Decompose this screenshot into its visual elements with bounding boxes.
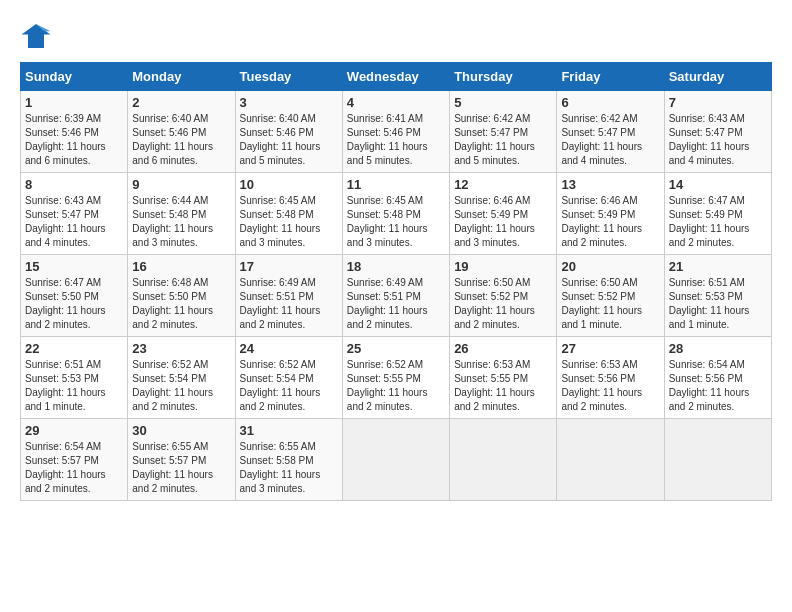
day-cell-10: 10Sunrise: 6:45 AMSunset: 5:48 PMDayligh… [235, 173, 342, 255]
day-info: Sunrise: 6:42 AMSunset: 5:47 PMDaylight:… [454, 112, 552, 168]
logo-icon [20, 20, 52, 52]
empty-cell [342, 419, 449, 501]
day-cell-23: 23Sunrise: 6:52 AMSunset: 5:54 PMDayligh… [128, 337, 235, 419]
day-cell-5: 5Sunrise: 6:42 AMSunset: 5:47 PMDaylight… [450, 91, 557, 173]
day-number: 16 [132, 259, 230, 274]
day-info: Sunrise: 6:53 AMSunset: 5:55 PMDaylight:… [454, 358, 552, 414]
day-number: 26 [454, 341, 552, 356]
day-number: 4 [347, 95, 445, 110]
day-cell-14: 14Sunrise: 6:47 AMSunset: 5:49 PMDayligh… [664, 173, 771, 255]
day-number: 12 [454, 177, 552, 192]
day-number: 2 [132, 95, 230, 110]
empty-cell [664, 419, 771, 501]
day-cell-18: 18Sunrise: 6:49 AMSunset: 5:51 PMDayligh… [342, 255, 449, 337]
day-cell-9: 9Sunrise: 6:44 AMSunset: 5:48 PMDaylight… [128, 173, 235, 255]
day-cell-3: 3Sunrise: 6:40 AMSunset: 5:46 PMDaylight… [235, 91, 342, 173]
day-cell-17: 17Sunrise: 6:49 AMSunset: 5:51 PMDayligh… [235, 255, 342, 337]
day-cell-2: 2Sunrise: 6:40 AMSunset: 5:46 PMDaylight… [128, 91, 235, 173]
day-number: 17 [240, 259, 338, 274]
day-info: Sunrise: 6:39 AMSunset: 5:46 PMDaylight:… [25, 112, 123, 168]
weekday-header-saturday: Saturday [664, 63, 771, 91]
day-number: 31 [240, 423, 338, 438]
day-number: 8 [25, 177, 123, 192]
day-info: Sunrise: 6:42 AMSunset: 5:47 PMDaylight:… [561, 112, 659, 168]
day-number: 6 [561, 95, 659, 110]
day-info: Sunrise: 6:51 AMSunset: 5:53 PMDaylight:… [25, 358, 123, 414]
empty-cell [557, 419, 664, 501]
day-cell-6: 6Sunrise: 6:42 AMSunset: 5:47 PMDaylight… [557, 91, 664, 173]
weekday-header-sunday: Sunday [21, 63, 128, 91]
calendar-header: SundayMondayTuesdayWednesdayThursdayFrid… [21, 63, 772, 91]
weekday-header-tuesday: Tuesday [235, 63, 342, 91]
day-number: 22 [25, 341, 123, 356]
day-info: Sunrise: 6:46 AMSunset: 5:49 PMDaylight:… [454, 194, 552, 250]
day-cell-7: 7Sunrise: 6:43 AMSunset: 5:47 PMDaylight… [664, 91, 771, 173]
day-number: 10 [240, 177, 338, 192]
day-cell-28: 28Sunrise: 6:54 AMSunset: 5:56 PMDayligh… [664, 337, 771, 419]
day-info: Sunrise: 6:40 AMSunset: 5:46 PMDaylight:… [240, 112, 338, 168]
day-cell-20: 20Sunrise: 6:50 AMSunset: 5:52 PMDayligh… [557, 255, 664, 337]
day-number: 19 [454, 259, 552, 274]
day-info: Sunrise: 6:55 AMSunset: 5:57 PMDaylight:… [132, 440, 230, 496]
day-info: Sunrise: 6:41 AMSunset: 5:46 PMDaylight:… [347, 112, 445, 168]
day-info: Sunrise: 6:43 AMSunset: 5:47 PMDaylight:… [669, 112, 767, 168]
day-number: 30 [132, 423, 230, 438]
day-number: 7 [669, 95, 767, 110]
day-info: Sunrise: 6:43 AMSunset: 5:47 PMDaylight:… [25, 194, 123, 250]
day-cell-4: 4Sunrise: 6:41 AMSunset: 5:46 PMDaylight… [342, 91, 449, 173]
day-number: 21 [669, 259, 767, 274]
calendar-week-3: 15Sunrise: 6:47 AMSunset: 5:50 PMDayligh… [21, 255, 772, 337]
day-number: 20 [561, 259, 659, 274]
day-info: Sunrise: 6:47 AMSunset: 5:50 PMDaylight:… [25, 276, 123, 332]
day-info: Sunrise: 6:53 AMSunset: 5:56 PMDaylight:… [561, 358, 659, 414]
day-cell-27: 27Sunrise: 6:53 AMSunset: 5:56 PMDayligh… [557, 337, 664, 419]
day-info: Sunrise: 6:54 AMSunset: 5:57 PMDaylight:… [25, 440, 123, 496]
day-info: Sunrise: 6:47 AMSunset: 5:49 PMDaylight:… [669, 194, 767, 250]
day-cell-22: 22Sunrise: 6:51 AMSunset: 5:53 PMDayligh… [21, 337, 128, 419]
day-info: Sunrise: 6:48 AMSunset: 5:50 PMDaylight:… [132, 276, 230, 332]
day-cell-21: 21Sunrise: 6:51 AMSunset: 5:53 PMDayligh… [664, 255, 771, 337]
page-header [20, 20, 772, 52]
day-number: 13 [561, 177, 659, 192]
svg-marker-0 [22, 24, 51, 48]
day-number: 25 [347, 341, 445, 356]
calendar-week-5: 29Sunrise: 6:54 AMSunset: 5:57 PMDayligh… [21, 419, 772, 501]
day-cell-19: 19Sunrise: 6:50 AMSunset: 5:52 PMDayligh… [450, 255, 557, 337]
day-info: Sunrise: 6:49 AMSunset: 5:51 PMDaylight:… [347, 276, 445, 332]
day-cell-16: 16Sunrise: 6:48 AMSunset: 5:50 PMDayligh… [128, 255, 235, 337]
day-info: Sunrise: 6:45 AMSunset: 5:48 PMDaylight:… [347, 194, 445, 250]
day-cell-13: 13Sunrise: 6:46 AMSunset: 5:49 PMDayligh… [557, 173, 664, 255]
day-number: 5 [454, 95, 552, 110]
weekday-header-thursday: Thursday [450, 63, 557, 91]
day-info: Sunrise: 6:40 AMSunset: 5:46 PMDaylight:… [132, 112, 230, 168]
day-info: Sunrise: 6:44 AMSunset: 5:48 PMDaylight:… [132, 194, 230, 250]
calendar-table: SundayMondayTuesdayWednesdayThursdayFrid… [20, 62, 772, 501]
day-number: 28 [669, 341, 767, 356]
day-cell-24: 24Sunrise: 6:52 AMSunset: 5:54 PMDayligh… [235, 337, 342, 419]
day-number: 14 [669, 177, 767, 192]
weekday-header-monday: Monday [128, 63, 235, 91]
day-cell-29: 29Sunrise: 6:54 AMSunset: 5:57 PMDayligh… [21, 419, 128, 501]
calendar-week-2: 8Sunrise: 6:43 AMSunset: 5:47 PMDaylight… [21, 173, 772, 255]
calendar-week-1: 1Sunrise: 6:39 AMSunset: 5:46 PMDaylight… [21, 91, 772, 173]
day-info: Sunrise: 6:50 AMSunset: 5:52 PMDaylight:… [454, 276, 552, 332]
day-info: Sunrise: 6:52 AMSunset: 5:55 PMDaylight:… [347, 358, 445, 414]
day-info: Sunrise: 6:46 AMSunset: 5:49 PMDaylight:… [561, 194, 659, 250]
day-cell-12: 12Sunrise: 6:46 AMSunset: 5:49 PMDayligh… [450, 173, 557, 255]
day-number: 9 [132, 177, 230, 192]
day-info: Sunrise: 6:52 AMSunset: 5:54 PMDaylight:… [132, 358, 230, 414]
day-info: Sunrise: 6:52 AMSunset: 5:54 PMDaylight:… [240, 358, 338, 414]
day-cell-25: 25Sunrise: 6:52 AMSunset: 5:55 PMDayligh… [342, 337, 449, 419]
day-cell-31: 31Sunrise: 6:55 AMSunset: 5:58 PMDayligh… [235, 419, 342, 501]
day-info: Sunrise: 6:45 AMSunset: 5:48 PMDaylight:… [240, 194, 338, 250]
weekday-header-friday: Friday [557, 63, 664, 91]
weekday-header-row: SundayMondayTuesdayWednesdayThursdayFrid… [21, 63, 772, 91]
day-cell-15: 15Sunrise: 6:47 AMSunset: 5:50 PMDayligh… [21, 255, 128, 337]
weekday-header-wednesday: Wednesday [342, 63, 449, 91]
day-number: 3 [240, 95, 338, 110]
calendar-week-4: 22Sunrise: 6:51 AMSunset: 5:53 PMDayligh… [21, 337, 772, 419]
day-info: Sunrise: 6:51 AMSunset: 5:53 PMDaylight:… [669, 276, 767, 332]
day-cell-1: 1Sunrise: 6:39 AMSunset: 5:46 PMDaylight… [21, 91, 128, 173]
day-info: Sunrise: 6:50 AMSunset: 5:52 PMDaylight:… [561, 276, 659, 332]
day-number: 18 [347, 259, 445, 274]
